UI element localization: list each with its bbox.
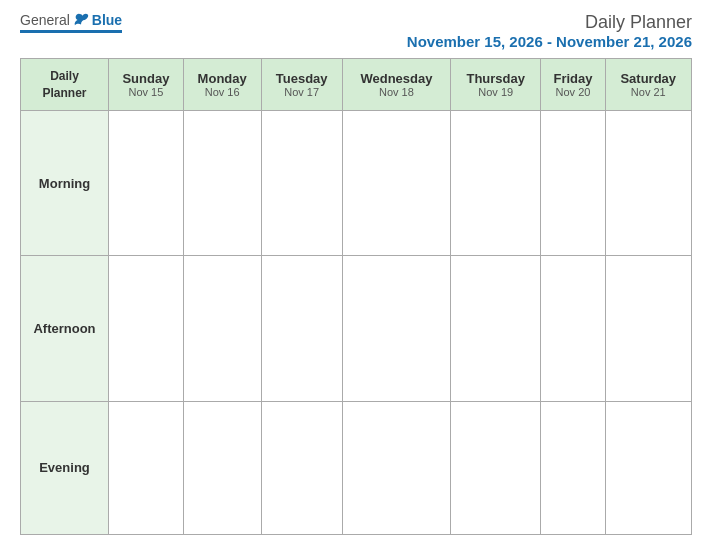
header-row: Daily Planner Sunday Nov 15 Monday Nov 1… xyxy=(21,59,692,111)
planner-title: Daily Planner xyxy=(407,12,692,33)
planner-table: Daily Planner Sunday Nov 15 Monday Nov 1… xyxy=(20,58,692,535)
afternoon-tuesday[interactable] xyxy=(261,256,342,401)
logo: General Blue xyxy=(20,12,122,28)
col-header-tuesday: Tuesday Nov 17 xyxy=(261,59,342,111)
logo-area: General Blue xyxy=(20,12,122,33)
evening-friday[interactable] xyxy=(541,401,605,534)
logo-underline xyxy=(20,30,122,33)
morning-row: Morning xyxy=(21,111,692,256)
evening-wednesday[interactable] xyxy=(342,401,450,534)
morning-tuesday[interactable] xyxy=(261,111,342,256)
logo-blue-text: Blue xyxy=(92,12,122,28)
label-column-header: Daily Planner xyxy=(21,59,109,111)
morning-sunday[interactable] xyxy=(109,111,184,256)
col-header-saturday: Saturday Nov 21 xyxy=(605,59,691,111)
morning-thursday[interactable] xyxy=(451,111,541,256)
evening-tuesday[interactable] xyxy=(261,401,342,534)
afternoon-sunday[interactable] xyxy=(109,256,184,401)
evening-label: Evening xyxy=(21,401,109,534)
afternoon-saturday[interactable] xyxy=(605,256,691,401)
col-header-thursday: Thursday Nov 19 xyxy=(451,59,541,111)
morning-saturday[interactable] xyxy=(605,111,691,256)
logo-bird-icon xyxy=(72,13,90,27)
title-area: Daily Planner November 15, 2026 - Novemb… xyxy=(407,12,692,50)
afternoon-thursday[interactable] xyxy=(451,256,541,401)
morning-friday[interactable] xyxy=(541,111,605,256)
calendar-container: Daily Planner Sunday Nov 15 Monday Nov 1… xyxy=(0,58,712,550)
afternoon-row: Afternoon xyxy=(21,256,692,401)
afternoon-wednesday[interactable] xyxy=(342,256,450,401)
afternoon-monday[interactable] xyxy=(183,256,261,401)
evening-row: Evening xyxy=(21,401,692,534)
col-header-sunday: Sunday Nov 15 xyxy=(109,59,184,111)
evening-monday[interactable] xyxy=(183,401,261,534)
morning-wednesday[interactable] xyxy=(342,111,450,256)
afternoon-label: Afternoon xyxy=(21,256,109,401)
evening-saturday[interactable] xyxy=(605,401,691,534)
morning-label: Morning xyxy=(21,111,109,256)
evening-sunday[interactable] xyxy=(109,401,184,534)
col-header-wednesday: Wednesday Nov 18 xyxy=(342,59,450,111)
afternoon-friday[interactable] xyxy=(541,256,605,401)
logo-general-text: General xyxy=(20,12,70,28)
col-header-friday: Friday Nov 20 xyxy=(541,59,605,111)
page-header: General Blue Daily Planner November 15, … xyxy=(0,0,712,58)
evening-thursday[interactable] xyxy=(451,401,541,534)
planner-dates: November 15, 2026 - November 21, 2026 xyxy=(407,33,692,50)
morning-monday[interactable] xyxy=(183,111,261,256)
col-header-monday: Monday Nov 16 xyxy=(183,59,261,111)
